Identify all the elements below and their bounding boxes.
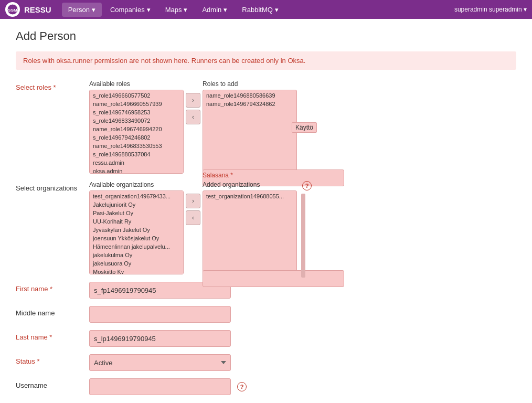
available-orgs-label: Available organizations — [89, 181, 184, 188]
status-label: Status * — [16, 354, 89, 365]
username-input[interactable] — [89, 378, 231, 395]
nav-item-maps[interactable]: Maps ▾ — [159, 3, 194, 17]
info-icon-username[interactable]: ? — [237, 382, 247, 391]
add-person-form: Select roles * Available roles s_role149… — [16, 80, 516, 402]
list-item[interactable]: test_organization149688055... — [204, 192, 295, 200]
list-item[interactable]: s_role1496833490072 — [91, 116, 182, 125]
move-left-button[interactable]: ‹ — [186, 110, 200, 124]
added-orgs-area: Salasana * Added organizations test_orga… — [203, 181, 297, 274]
username-field-group: ? — [89, 378, 247, 395]
roles-to-add-list[interactable]: name_role1496880586639 name_role14967943… — [203, 90, 297, 174]
added-orgs-wrap: Added organizations test_organization149… — [203, 181, 297, 274]
list-item[interactable]: joensuun Ykkösjakelut Oy — [91, 234, 182, 242]
nav-item-companies[interactable]: Companies ▾ — [104, 3, 157, 17]
brand: SSM RESSU — [5, 2, 51, 17]
nav-user[interactable]: superadmin superadmin ▾ — [454, 6, 527, 13]
nav-item-person[interactable]: Person ▾ — [62, 3, 102, 17]
list-item[interactable]: Jyväskylän Jakelut Oy — [91, 226, 182, 234]
alert-message: Roles with oksa.runner permission are no… — [16, 51, 516, 70]
last-name-row: Last name * — [16, 330, 516, 347]
select-orgs-row: Select organizations Available organizat… — [16, 181, 516, 274]
list-item[interactable]: jakelusuora Oy — [91, 259, 182, 268]
chevron-down-icon: ▾ — [92, 6, 95, 14]
list-item[interactable]: s_role1496794246802 — [91, 133, 182, 142]
kaytto-label: Käyttö — [292, 122, 317, 133]
nav-item-admin[interactable]: Admin ▾ — [196, 3, 233, 17]
available-roles-wrap: Available roles s_role1496660577502 name… — [89, 80, 184, 174]
info-icon[interactable]: ? — [302, 181, 312, 190]
list-item[interactable]: oksa.admin — [91, 167, 182, 174]
roles-dual-list: Available roles s_role1496660577502 name… — [89, 80, 516, 174]
chevron-down-icon: ▾ — [147, 6, 151, 14]
last-name-label: Last name * — [16, 330, 89, 341]
move-right-button[interactable]: › — [186, 93, 200, 108]
chevron-down-icon: ▾ — [184, 6, 187, 14]
roles-to-add-area: Roles to add name_role1496880586639 name… — [203, 80, 297, 174]
list-item[interactable]: name_role1496794324862 — [204, 100, 295, 108]
status-row: Status * Active Inactive — [16, 354, 516, 371]
list-item[interactable]: UU-Korihait Ry — [91, 217, 182, 226]
list-item[interactable]: test_organization149679433... — [91, 192, 182, 200]
status-select[interactable]: Active Inactive — [89, 354, 231, 371]
middle-name-label: Middle name — [16, 306, 89, 317]
page-title: Add Person — [16, 29, 516, 43]
chevron-down-icon: ▾ — [275, 6, 279, 14]
added-orgs-label: Added organizations — [203, 181, 297, 188]
list-item[interactable]: Hämeenlinnan jakelupalvelu... — [91, 242, 182, 251]
first-name-label: First name * — [16, 282, 89, 293]
org-move-right-button[interactable]: › — [186, 194, 200, 208]
added-orgs-list[interactable]: test_organization149688055... — [203, 190, 297, 274]
list-item[interactable]: name_role1496660557939 — [91, 100, 182, 108]
nav-item-rabbitmq[interactable]: RabbitMQ ▾ — [236, 3, 285, 17]
chevron-down-icon: ▾ — [224, 6, 227, 14]
list-item[interactable]: Jakelujuniorit Oy — [91, 200, 182, 209]
last-name-input[interactable] — [89, 330, 231, 347]
list-item[interactable]: name_role1496833530553 — [91, 142, 182, 150]
roles-to-add-label: Roles to add — [203, 80, 297, 88]
scrollbar-track — [301, 194, 305, 278]
list-item[interactable]: Pasi-Jakelut Oy — [91, 209, 182, 217]
select-roles-label: Select roles * — [16, 80, 89, 91]
orgs-dual-list: Available organizations test_organizatio… — [89, 181, 516, 274]
roles-to-add-wrap: Roles to add name_role1496880586639 name… — [203, 80, 297, 174]
salasana-label: Salasana * — [203, 172, 233, 179]
middle-name-input[interactable] — [89, 306, 231, 323]
username-row: Username ? — [16, 378, 516, 395]
list-item[interactable]: s_role1496660577502 — [91, 91, 182, 100]
available-roles-list[interactable]: s_role1496660577502 name_role14966605579… — [89, 90, 184, 174]
org-move-left-button[interactable]: ‹ — [186, 210, 200, 225]
info-icon-orgs[interactable]: ? — [299, 181, 312, 190]
list-item[interactable]: s_role1496746958253 — [91, 108, 182, 116]
list-item[interactable]: ressu.admin — [91, 158, 182, 167]
brand-name: RESSU — [24, 5, 51, 14]
available-roles-label: Available roles — [89, 80, 184, 88]
list-item[interactable]: Moskiitto Ky — [91, 268, 182, 274]
navbar: SSM RESSU Person ▾ Companies ▾ Maps ▾ Ad… — [0, 0, 532, 19]
available-orgs-list[interactable]: test_organization149679433... Jakelujuni… — [89, 190, 184, 274]
svg-text:SSM: SSM — [8, 8, 17, 13]
nav-menu: Person ▾ Companies ▾ Maps ▾ Admin ▾ Rabb… — [62, 3, 454, 17]
brand-logo: SSM — [5, 2, 20, 17]
salasana-input-block[interactable] — [203, 270, 344, 287]
select-orgs-label: Select organizations — [16, 181, 89, 192]
middle-name-row: Middle name — [16, 306, 516, 323]
list-item[interactable]: name_role1496880586639 — [204, 91, 295, 100]
list-item[interactable]: name_role1496746994220 — [91, 125, 182, 133]
list-item[interactable]: jakelukulma Oy — [91, 251, 182, 259]
list-item[interactable]: s_role1496880537084 — [91, 150, 182, 158]
username-label: Username — [16, 378, 89, 389]
available-orgs-wrap: Available organizations test_organizatio… — [89, 181, 184, 274]
orgs-arrow-buttons: › ‹ — [186, 181, 200, 225]
main-content: Add Person Roles with oksa.runner permis… — [0, 19, 532, 403]
select-roles-row: Select roles * Available roles s_role149… — [16, 80, 516, 174]
roles-arrow-buttons: › ‹ — [186, 80, 200, 124]
status-select-wrapper: Active Inactive — [89, 354, 231, 371]
